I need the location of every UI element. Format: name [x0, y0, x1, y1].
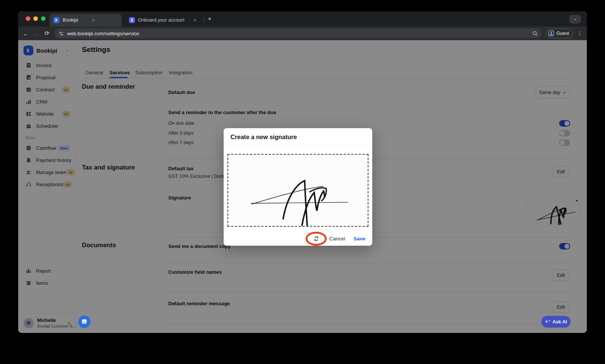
ask-ai-label: Ask AI	[552, 319, 567, 325]
signature-canvas[interactable]	[227, 154, 368, 227]
url-text: web.bookipi.com/settings/service	[67, 31, 532, 36]
tab-search-button[interactable]: ⌄	[569, 15, 581, 24]
new-tab-button[interactable]: +	[208, 15, 212, 23]
tab-onboard[interactable]: S Onboard your account ×	[125, 14, 200, 27]
bookipi-favicon-icon	[53, 17, 60, 23]
modal-divider	[224, 145, 372, 146]
onboard-favicon-icon: S	[129, 17, 135, 23]
page-content: Bookipi ‹ Invoice Proposal Contract AI C…	[18, 40, 587, 333]
create-signature-modal: Create a new signature	[224, 128, 372, 246]
sparkles-icon: ✦✦	[545, 319, 550, 324]
close-window-button[interactable]	[26, 16, 30, 21]
guest-avatar-icon	[548, 30, 554, 36]
reset-signature-button[interactable]	[312, 234, 321, 243]
minimize-window-button[interactable]	[33, 16, 38, 21]
profile-label: Guest	[556, 31, 569, 36]
tab-bookipi[interactable]: Bookipi ×	[50, 14, 122, 27]
profile-chip[interactable]: Guest	[545, 28, 573, 38]
zoom-icon[interactable]	[532, 31, 538, 36]
cancel-button[interactable]: Cancel	[329, 236, 345, 242]
chat-bubble-icon	[81, 318, 88, 325]
annotation-highlight-ellipse	[306, 232, 327, 246]
ask-ai-button[interactable]: ✦✦ Ask AI	[541, 316, 571, 328]
chat-launcher-button[interactable]	[78, 315, 91, 328]
modal-title: Create a new signature	[230, 134, 297, 141]
browser-menu-button[interactable]: ⋮	[577, 30, 582, 36]
maximize-window-button[interactable]	[41, 16, 45, 21]
tab-title: Bookipi	[63, 17, 78, 23]
tab-close-icon[interactable]: ×	[193, 18, 196, 23]
site-settings-icon[interactable]	[58, 31, 64, 36]
window-controls	[26, 16, 45, 21]
tab-separator	[204, 17, 204, 23]
tab-close-icon[interactable]: ×	[92, 18, 95, 23]
back-button[interactable]: ←	[20, 30, 31, 37]
tab-strip: Bookipi × S Onboard your account × + ⌄	[18, 11, 587, 27]
address-bar[interactable]: web.bookipi.com/settings/service	[55, 28, 542, 38]
browser-window: Bookipi × S Onboard your account × + ⌄ ←…	[18, 11, 587, 333]
signature-drawing	[228, 155, 368, 226]
browser-toolbar: ← → ⟳ web.bookipi.com/settings/service G…	[18, 27, 587, 40]
forward-button[interactable]: →	[31, 30, 42, 37]
save-button[interactable]: Save	[353, 236, 365, 242]
reload-button[interactable]: ⟳	[42, 30, 52, 37]
tab-title: Onboard your account	[138, 17, 184, 23]
